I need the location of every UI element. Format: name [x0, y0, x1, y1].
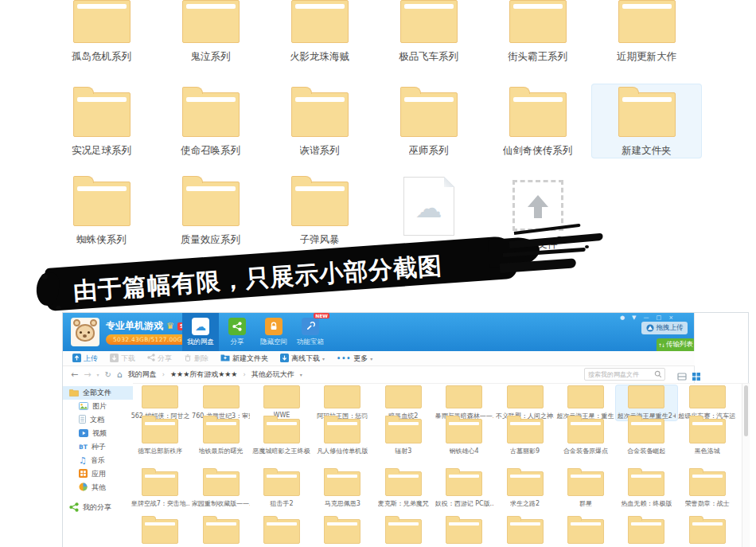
desktop-item[interactable]: 街头霸王系列 — [483, 0, 592, 64]
grid-folder-item[interactable] — [616, 514, 676, 544]
grid-folder-item[interactable]: 皇牌空战7：突击地... — [130, 467, 190, 508]
tab-功能宝箱[interactable]: NEW功能宝箱 — [292, 313, 329, 351]
toolbar-button-新建文件夹[interactable]: 新建文件夹 — [220, 354, 268, 364]
folder-icon[interactable] — [203, 385, 240, 408]
close-icon[interactable]: × — [668, 314, 673, 322]
grid-folder-item[interactable]: 群星 — [555, 467, 616, 508]
breadcrumb-folder[interactable]: ★★★所有游戏★★★ — [170, 369, 237, 380]
folder-icon[interactable] — [507, 471, 544, 496]
grid-folder-item[interactable] — [555, 514, 616, 544]
folder-icon[interactable] — [618, 0, 676, 43]
folder-icon[interactable] — [567, 471, 604, 496]
folder-icon[interactable] — [509, 0, 567, 43]
grid-folder-item[interactable] — [373, 514, 434, 544]
grid-folder-item[interactable]: 合金装备原爆点 — [555, 414, 616, 455]
desktop-item[interactable]: 诙谐系列 — [265, 84, 374, 158]
folder-icon[interactable] — [446, 385, 482, 408]
upload-dropzone[interactable]: 上传文件 — [483, 174, 592, 255]
sidebar-item-其他[interactable]: 其他 — [63, 481, 133, 494]
minimize-icon[interactable]: — — [644, 314, 649, 322]
grid-folder-item[interactable] — [190, 514, 251, 544]
grid-folder-item[interactable] — [494, 514, 555, 544]
grid-folder-item[interactable] — [434, 514, 494, 544]
folder-icon[interactable] — [203, 519, 240, 544]
folder-icon[interactable] — [263, 519, 300, 544]
grid-folder-item[interactable] — [251, 514, 312, 544]
folder-icon[interactable] — [628, 471, 664, 496]
grid-folder-item[interactable]: 钢铁雄心4 — [434, 414, 494, 455]
folder-icon[interactable] — [689, 419, 726, 443]
notification-icon[interactable]: ● — [620, 314, 625, 322]
desktop-item[interactable]: 极品飞车系列 — [374, 0, 483, 64]
grid-folder-item[interactable]: 凡人修仙传单机版 — [312, 414, 372, 455]
grid-folder-item[interactable]: 家园重制收藏版——... — [190, 467, 251, 508]
transfer-list-button[interactable]: ↑↓ 传输列表 — [657, 338, 695, 351]
sidebar-item-图片[interactable]: 图片 — [63, 400, 133, 413]
tab-隐藏空间[interactable]: 隐藏空间 — [255, 313, 292, 351]
folder-icon[interactable] — [689, 471, 726, 496]
drag-upload-button[interactable]: 拖拽上传 — [641, 322, 688, 334]
search-input[interactable] — [585, 371, 654, 378]
grid-folder-item[interactable] — [312, 514, 372, 544]
folder-icon[interactable] — [628, 419, 664, 443]
folder-icon[interactable] — [324, 519, 360, 544]
folder-icon[interactable] — [507, 385, 544, 408]
folder-icon[interactable] — [385, 419, 422, 443]
folder-icon[interactable] — [628, 385, 664, 408]
folder-icon[interactable] — [73, 182, 131, 226]
folder-icon[interactable] — [385, 385, 422, 408]
folder-icon[interactable] — [507, 519, 544, 544]
desktop-item[interactable]: 子弹风暴 — [265, 174, 374, 255]
grid-folder-item[interactable]: 热血无赖：终极版 — [616, 467, 676, 508]
folder-icon[interactable] — [400, 92, 458, 137]
sidebar-item-音乐[interactable]: ♫音乐 — [63, 454, 133, 467]
sidebar-item-我的分享[interactable]: 我的分享 — [63, 501, 133, 514]
file-icon[interactable]: ☁ — [403, 177, 454, 236]
folder-icon[interactable] — [291, 92, 349, 137]
home-icon[interactable]: ⌂ — [117, 369, 123, 380]
folder-icon[interactable] — [263, 385, 300, 408]
folder-icon[interactable] — [142, 519, 178, 544]
grid-folder-item[interactable]: 德军总部新秩序 — [130, 414, 190, 455]
sidebar-item-文档[interactable]: 文档 — [63, 413, 133, 427]
desktop-item[interactable]: 蜘蛛侠系列 — [47, 174, 156, 255]
sidebar-item-种子[interactable]: BT种子 — [63, 440, 133, 454]
folder-icon[interactable] — [73, 0, 131, 43]
grid-folder-item[interactable]: 古墓丽影9 — [494, 414, 555, 455]
breadcrumb-current[interactable]: 其他必玩大作 — [251, 369, 294, 380]
folder-icon[interactable] — [507, 419, 544, 443]
grid-folder-item[interactable]: 狙击手2 — [251, 467, 312, 508]
folder-icon[interactable] — [142, 419, 178, 443]
grid-folder-item[interactable]: 马克思佩恩3 — [312, 467, 372, 508]
folder-icon[interactable] — [142, 471, 178, 496]
toolbar-button-离线下载[interactable]: 离线下载▾ — [280, 354, 325, 364]
folder-icon[interactable] — [446, 519, 482, 544]
desktop-item[interactable]: 质量效应系列 — [156, 174, 265, 255]
folder-icon[interactable] — [509, 92, 567, 137]
grid-folder-item[interactable]: 恶魔城暗影之王终极版 — [251, 414, 312, 455]
toolbar-button-上传[interactable]: 上传 — [72, 354, 98, 364]
folder-icon[interactable] — [689, 519, 726, 544]
tab-分享[interactable]: 分享 — [219, 313, 255, 351]
scrollbar-thumb[interactable] — [744, 385, 748, 436]
desktop-item[interactable]: ☁cn_windows_7_ultim... — [374, 174, 483, 255]
folder-icon[interactable] — [263, 419, 300, 443]
grid-folder-item[interactable]: 黑色洛城 — [677, 414, 738, 455]
folder-icon[interactable] — [567, 519, 604, 544]
forward-icon[interactable]: → — [84, 369, 91, 380]
folder-icon[interactable] — [291, 182, 349, 226]
tab-我的网盘[interactable]: ☁我的网盘 — [182, 313, 219, 351]
folder-icon[interactable] — [203, 471, 240, 496]
sidebar-item-应用[interactable]: 应用 — [63, 467, 133, 481]
grid-folder-item[interactable] — [677, 514, 738, 544]
desktop-item[interactable]: 仙剑奇侠传系列 — [483, 84, 592, 158]
desktop-item[interactable]: 使命召唤系列 — [156, 84, 265, 158]
back-icon[interactable]: ← — [71, 369, 78, 380]
grid-folder-item[interactable] — [130, 514, 190, 544]
folder-icon[interactable] — [142, 385, 178, 408]
desktop-item[interactable]: 近期更新大作 — [592, 0, 701, 64]
folder-icon[interactable] — [182, 0, 240, 43]
folder-icon[interactable] — [385, 519, 422, 544]
sidebar-item-视频[interactable]: 视频 — [63, 427, 133, 440]
folder-icon[interactable] — [567, 385, 604, 408]
